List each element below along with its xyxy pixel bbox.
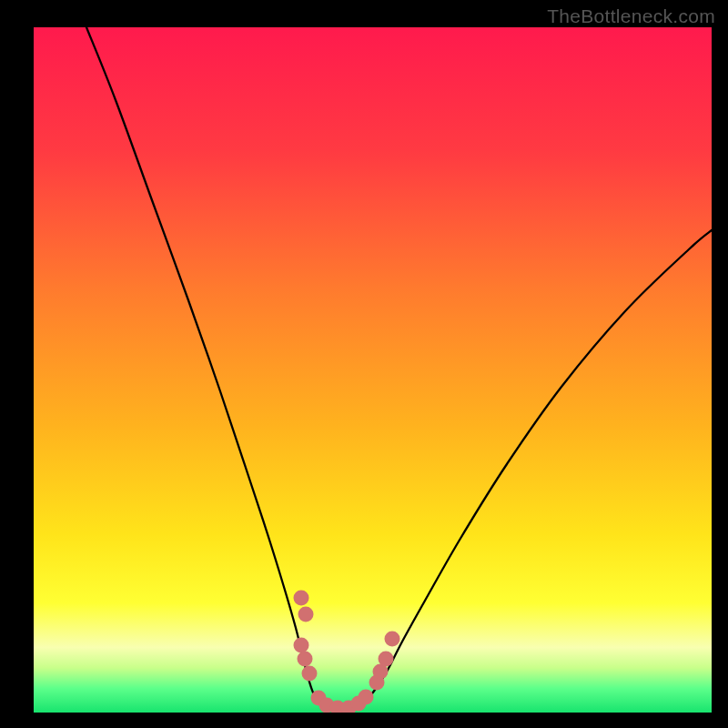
data-marker — [294, 591, 309, 606]
gradient-background — [34, 27, 712, 713]
watermark-text: TheBottleneck.com — [547, 5, 715, 27]
data-marker — [379, 652, 394, 667]
chart-canvas — [34, 27, 712, 713]
data-marker — [298, 652, 313, 667]
data-marker — [294, 638, 309, 653]
data-marker — [359, 690, 374, 705]
data-marker — [302, 666, 318, 682]
data-marker — [385, 632, 400, 647]
data-marker — [298, 607, 314, 622]
